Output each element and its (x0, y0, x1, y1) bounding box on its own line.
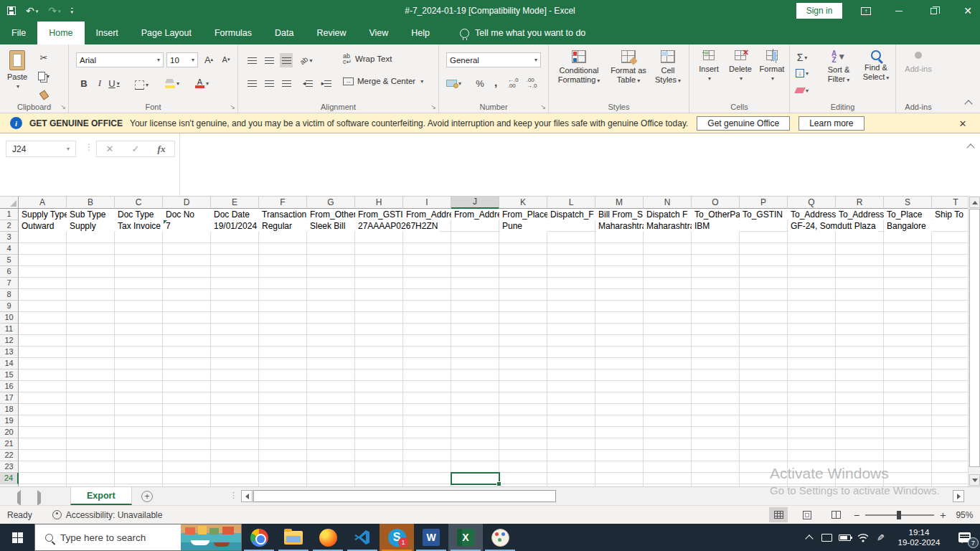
column-header-M[interactable]: M (595, 197, 644, 209)
zoom-slider[interactable] (865, 514, 934, 516)
battery-icon[interactable] (836, 524, 854, 551)
increase-decimal-icon[interactable]: ←.0.00 (507, 76, 519, 90)
clear-icon[interactable]: ▾ (796, 83, 809, 98)
column-header-E[interactable]: E (211, 197, 259, 209)
paste-button[interactable]: Paste▾ (7, 50, 27, 91)
cell-F2[interactable]: Regular (260, 220, 307, 232)
row-header-12[interactable]: 12 (0, 335, 19, 347)
cells-area[interactable]: Supply TypeSub TypeDoc TypeDoc NoDoc Dat… (19, 209, 968, 486)
conditional-formatting-button[interactable]: Conditional Formatting▾ (553, 50, 605, 85)
fill-color-icon[interactable]: ▾ (165, 76, 179, 90)
tab-help[interactable]: Help (400, 22, 441, 44)
start-button[interactable] (0, 524, 34, 551)
align-left-icon[interactable] (245, 76, 258, 90)
banner-close-icon[interactable]: ✕ (953, 113, 973, 133)
learn-more-button[interactable]: Learn more (798, 116, 864, 131)
comma-style-icon[interactable]: , (489, 75, 502, 89)
collapse-ribbon-icon[interactable] (964, 100, 972, 108)
alignment-dialog-launcher-icon[interactable]: ↘ (430, 103, 436, 110)
name-box[interactable]: J24▾ (6, 141, 76, 157)
scroll-right-icon[interactable] (953, 490, 964, 502)
column-header-Q[interactable]: Q (788, 197, 836, 209)
delete-cells-button[interactable]: ✕ Delete▾ (725, 50, 755, 83)
cell-A2[interactable]: Outward (19, 220, 67, 232)
clipboard-dialog-launcher-icon[interactable]: ↘ (60, 103, 66, 110)
taskbar-excel[interactable]: X (448, 524, 483, 551)
cancel-formula-icon[interactable]: ✕ (97, 143, 123, 154)
row-header-21[interactable]: 21 (0, 438, 19, 450)
cell-P1[interactable]: To_GSTIN (740, 209, 788, 220)
cell-D1[interactable]: Doc No (164, 209, 211, 220)
column-header-J[interactable]: J (451, 197, 499, 209)
cell-G2[interactable]: Sleek Bill (308, 220, 355, 232)
tab-page-layout[interactable]: Page Layout (130, 22, 203, 44)
row-header-23[interactable]: 23 (0, 461, 19, 473)
tab-review[interactable]: Review (305, 22, 357, 44)
fill-icon[interactable]: ↓▾ (796, 66, 809, 80)
ribbon-display-options-icon[interactable]: ↑ (854, 0, 878, 22)
number-dialog-launcher-icon[interactable]: ↘ (540, 103, 546, 110)
cell-B2[interactable]: Supply (67, 220, 115, 232)
borders-icon[interactable]: ▾ (135, 77, 149, 92)
align-top-icon[interactable] (245, 53, 258, 67)
sheet-tab-export[interactable]: Export (70, 487, 132, 505)
select-all-corner[interactable] (0, 197, 19, 209)
taskbar-firefox[interactable] (311, 524, 345, 551)
column-header-K[interactable]: K (499, 197, 547, 209)
cell-N1[interactable]: Dispatch F (644, 209, 692, 220)
cell-T1[interactable]: Ship To (933, 209, 968, 220)
decrease-decimal-icon[interactable]: .00→.0 (525, 76, 538, 90)
cell-O2[interactable]: IBM (692, 220, 740, 232)
addins-button[interactable]: Add-ins (900, 52, 936, 74)
row-header-2[interactable]: 2 (0, 220, 19, 232)
underline-icon[interactable]: U▾ (108, 76, 121, 90)
cell-E1[interactable]: Doc Date (212, 209, 259, 220)
cut-icon[interactable]: ✂ (37, 50, 50, 65)
increase-font-icon[interactable]: A▴ (202, 52, 215, 67)
wrap-text-button[interactable]: abc↵ Wrap Text (343, 53, 392, 65)
row-header-17[interactable]: 17 (0, 392, 19, 404)
column-header-F[interactable]: F (259, 197, 307, 209)
taskbar-word[interactable]: W (414, 524, 448, 551)
collapse-formula-bar-icon[interactable] (966, 143, 974, 151)
row-header-19[interactable]: 19 (0, 415, 19, 427)
cell-M1[interactable]: Bill From_S (596, 209, 644, 220)
copy-icon[interactable]: ▾ (37, 69, 50, 83)
taskbar-chrome[interactable] (242, 524, 276, 551)
column-header-C[interactable]: C (115, 197, 163, 209)
tab-data[interactable]: Data (263, 22, 305, 44)
accounting-format-icon[interactable]: ▾ (446, 76, 461, 90)
cell-B1[interactable]: Sub Type (67, 209, 115, 220)
orientation-icon[interactable]: ab▾ (300, 53, 313, 67)
cell-N2[interactable]: Maharashtra (644, 220, 692, 232)
column-header-P[interactable]: P (740, 197, 788, 209)
row-header-22[interactable]: 22 (0, 450, 19, 461)
cell-S2[interactable]: Bangalore (885, 220, 932, 232)
cell-G1[interactable]: From_Other (308, 209, 355, 220)
cell-R1[interactable]: To_Address (837, 209, 884, 220)
row-header-11[interactable]: 11 (0, 324, 19, 335)
decrease-indent-icon[interactable]: ◂ (301, 76, 314, 90)
cell-H1[interactable]: From_GSTI (356, 209, 403, 220)
format-as-table-button[interactable]: Format as Table▾ (608, 50, 649, 85)
zoom-in-icon[interactable]: + (940, 509, 946, 521)
decrease-font-icon[interactable]: A▾ (220, 52, 232, 67)
get-genuine-office-button[interactable]: Get genuine Office (697, 116, 790, 131)
insert-cells-button[interactable]: ← Insert▾ (694, 50, 724, 83)
restore-button[interactable] (921, 0, 946, 22)
column-header-I[interactable]: I (403, 197, 451, 209)
active-cell-selection[interactable] (451, 472, 500, 485)
cell-O1[interactable]: To_OtherPa (692, 209, 740, 220)
next-sheet-icon[interactable] (37, 493, 41, 503)
cell-K2[interactable]: Pune (500, 220, 547, 232)
row-header-6[interactable]: 6 (0, 266, 19, 278)
row-header-10[interactable]: 10 (0, 312, 19, 324)
merge-center-button[interactable]: ↔ Merge & Center▾ (343, 77, 423, 85)
page-layout-view-button[interactable] (798, 507, 816, 522)
sort-filter-button[interactable]: AZ▼ Sort & Filter▾ (821, 50, 856, 85)
cell-E2[interactable]: 19/01/2024 (212, 220, 259, 232)
redo-icon[interactable]: ↷▾ (48, 6, 60, 16)
tell-me-box[interactable]: Tell me what you want to do (460, 22, 585, 44)
percent-style-icon[interactable]: % (473, 76, 486, 90)
column-header-T[interactable]: T (932, 197, 968, 209)
